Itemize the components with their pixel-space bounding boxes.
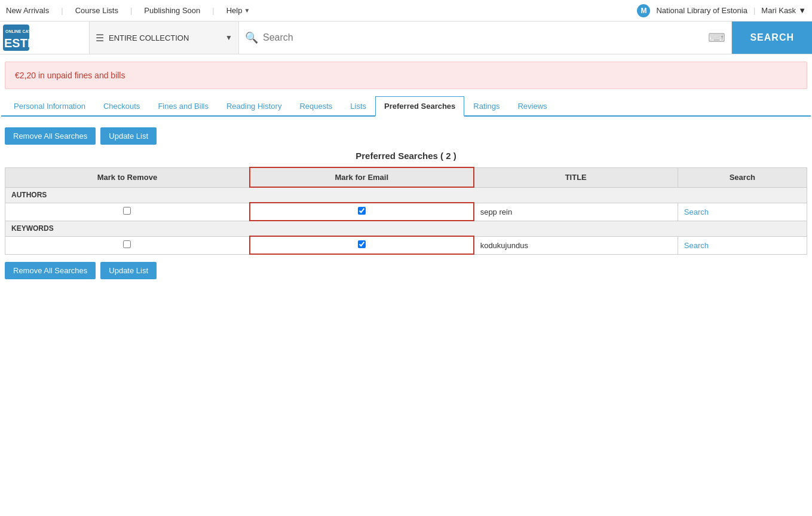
bottom-action-buttons: Remove All Searches Update List (5, 262, 807, 279)
update-list-button-bottom[interactable]: Update List (100, 262, 157, 279)
search-input[interactable] (263, 32, 703, 43)
tab-reading-history[interactable]: Reading History (217, 96, 291, 117)
col-mark-to-remove: Mark to Remove (5, 167, 250, 187)
mark-remove-cell-sepp-rein (5, 203, 250, 221)
tab-personal-information[interactable]: Personal Information (5, 96, 94, 117)
search-icon: 🔍 (245, 31, 258, 44)
search-button[interactable]: SEARCH (732, 22, 812, 54)
nav-new-arrivals[interactable]: New Arrivals (6, 6, 49, 15)
title-cell-kodukujundus: kodukujundus (474, 236, 678, 254)
nav-help[interactable]: Help ▼ (226, 6, 250, 15)
divider-1: | (61, 6, 63, 15)
top-nav-right: M National Library of Estonia | Mari Kas… (637, 4, 806, 17)
help-caret-icon: ▼ (244, 7, 250, 14)
col-search: Search (678, 167, 807, 187)
logo-area: ONLINE CATALOGUE ESTER (0, 22, 90, 54)
main-content: Remove All Searches Update List Preferre… (0, 117, 812, 290)
alert-message: €2,20 in unpaid fines and bills (15, 71, 125, 80)
section-keywords-label: KEYWORDS (5, 221, 807, 236)
top-nav-links: New Arrivals | Course Lists | Publishing… (6, 6, 250, 15)
tab-checkouts[interactable]: Checkouts (94, 96, 149, 117)
tab-ratings[interactable]: Ratings (464, 96, 508, 117)
tab-preferred-searches[interactable]: Preferred Searches (375, 96, 464, 117)
tab-fines-and-bills[interactable]: Fines and Bills (149, 96, 217, 117)
tab-requests[interactable]: Requests (290, 96, 341, 117)
table-row: sepp rein Search (5, 203, 807, 221)
user-avatar-icon: M (637, 4, 650, 17)
top-action-buttons: Remove All Searches Update List (5, 127, 807, 145)
section-keywords: KEYWORDS (5, 221, 807, 236)
mark-remove-cell-kodukujundus (5, 236, 250, 254)
search-bar-area: ONLINE CATALOGUE ESTER ☰ ENTIRE COLLECTI… (0, 22, 812, 54)
mark-remove-checkbox-kodukujundus[interactable] (123, 240, 131, 248)
mark-email-cell-kodukujundus (250, 236, 474, 254)
keyboard-icon[interactable]: ⌨ (708, 30, 725, 45)
mark-remove-checkbox-sepp-rein[interactable] (123, 207, 131, 215)
nav-publishing-soon[interactable]: Publishing Soon (144, 6, 200, 15)
ester-logo-icon: ONLINE CATALOGUE ESTER (3, 25, 29, 51)
remove-all-searches-button-top[interactable]: Remove All Searches (5, 127, 96, 145)
divider-3: | (212, 6, 214, 15)
update-list-button-top[interactable]: Update List (100, 127, 157, 145)
logo[interactable]: ONLINE CATALOGUE ESTER (3, 25, 29, 51)
nav-course-lists[interactable]: Course Lists (75, 6, 118, 15)
tab-lists[interactable]: Lists (341, 96, 375, 117)
mark-email-checkbox-kodukujundus[interactable] (358, 240, 366, 248)
search-cell-kodukujundus: Search (678, 236, 807, 254)
collection-label: ENTIRE COLLECTION (109, 33, 220, 42)
title-cell-sepp-rein: sepp rein (474, 203, 678, 221)
alert-banner: €2,20 in unpaid fines and bills (5, 62, 807, 89)
collection-chevron-icon: ▼ (225, 33, 232, 42)
search-cell-sepp-rein: Search (678, 203, 807, 221)
remove-all-searches-button-bottom[interactable]: Remove All Searches (5, 262, 96, 279)
user-name[interactable]: Mari Kask ▼ (761, 6, 806, 15)
svg-text:ESTER: ESTER (4, 36, 29, 50)
section-authors-label: AUTHORS (5, 187, 807, 203)
library-name: National Library of Estonia (656, 6, 747, 15)
mark-email-checkbox-sepp-rein[interactable] (358, 207, 366, 215)
user-caret-icon: ▼ (798, 6, 806, 15)
col-mark-for-email: Mark for Email (250, 167, 474, 187)
tab-nav: Personal Information Checkouts Fines and… (1, 96, 811, 117)
preferred-searches-table: Mark to Remove Mark for Email TITLE Sear… (5, 167, 807, 255)
collection-selector[interactable]: ☰ ENTIRE COLLECTION ▼ (90, 22, 239, 54)
col-title: TITLE (474, 167, 678, 187)
table-row: kodukujundus Search (5, 236, 807, 254)
divider-4: | (753, 6, 755, 15)
page-heading: Preferred Searches ( 2 ) (5, 151, 807, 161)
top-nav: New Arrivals | Course Lists | Publishing… (0, 0, 812, 22)
search-input-area: 🔍 ⌨ (239, 22, 732, 54)
tab-reviews[interactable]: Reviews (508, 96, 556, 117)
mark-email-cell-sepp-rein (250, 203, 474, 221)
search-link-kodukujundus[interactable]: Search (684, 241, 709, 250)
section-authors: AUTHORS (5, 187, 807, 203)
search-link-sepp-rein[interactable]: Search (684, 207, 709, 216)
svg-text:ONLINE CATALOGUE: ONLINE CATALOGUE (5, 29, 29, 33)
divider-2: | (130, 6, 132, 15)
hamburger-icon: ☰ (96, 32, 104, 44)
